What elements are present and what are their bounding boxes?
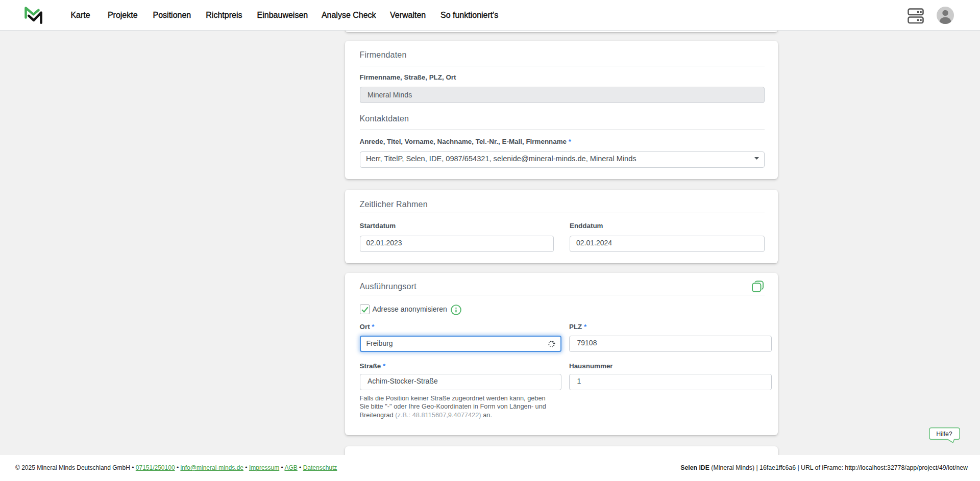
svg-text:Hilfe?: Hilfe? [936,431,952,438]
